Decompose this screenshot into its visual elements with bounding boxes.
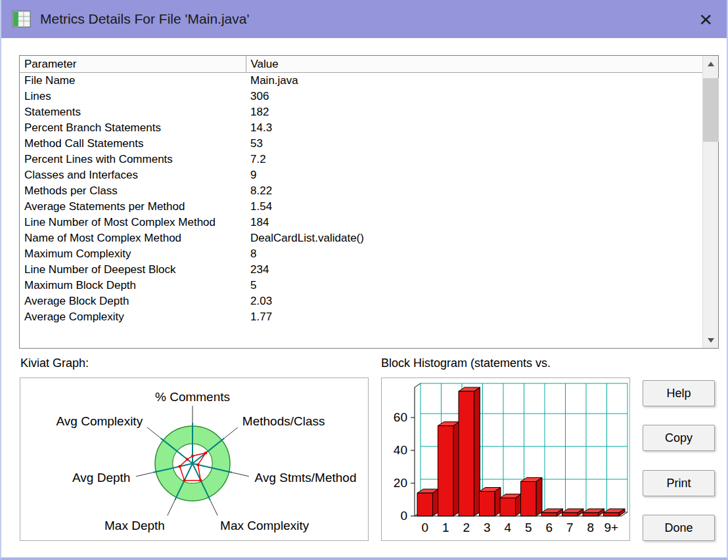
x-category-label: 1: [442, 521, 449, 534]
kiviat-label-pointer: [210, 500, 217, 515]
parameter-cell: Line Number of Most Complex Method: [20, 215, 246, 230]
value-cell: 9: [246, 167, 702, 183]
kiviat-axis-label: Avg Complexity: [57, 414, 143, 428]
parameter-cell: Average Complexity: [20, 309, 246, 325]
y-tick-label: 60: [394, 410, 407, 424]
value-cell: 14.3: [246, 120, 702, 136]
metrics-table-container: Parameter Value File NameMain.javaLines3…: [19, 55, 719, 349]
table-row[interactable]: Method Call Statements53: [20, 136, 702, 152]
histogram-bar: [438, 426, 454, 517]
column-header-parameter[interactable]: Parameter: [20, 56, 246, 73]
kiviat-axis-label: Methods/Class: [242, 414, 325, 428]
x-category-label: 2: [463, 521, 470, 534]
scroll-down-icon: [708, 338, 714, 343]
parameter-cell: Statements: [20, 104, 246, 120]
kiviat-axis-label: Max Complexity: [220, 519, 309, 532]
kiviat-series-point: [191, 454, 194, 457]
parameter-cell: Percent Branch Statements: [20, 120, 246, 136]
scroll-down-button[interactable]: [703, 332, 719, 348]
kiviat-axis-label: Max Depth: [104, 519, 165, 532]
y-tick-label: 20: [394, 476, 407, 490]
parameter-cell: Average Block Depth: [20, 293, 246, 309]
y-tick-label: 0: [400, 509, 407, 523]
table-row[interactable]: Average Complexity1.77: [20, 309, 702, 325]
column-header-value[interactable]: Value: [246, 56, 702, 73]
metrics-table: Parameter Value File NameMain.javaLines3…: [20, 56, 702, 325]
kiviat-series-point: [178, 465, 181, 467]
parameter-cell: File Name: [20, 73, 246, 89]
kiviat-section-label: Kiviat Graph:: [20, 356, 89, 370]
value-cell: 8: [246, 246, 702, 262]
scroll-thumb[interactable]: [703, 78, 719, 142]
histogram-bar: [417, 493, 433, 516]
scroll-track[interactable]: [703, 72, 719, 332]
kiviat-label-pointer: [147, 427, 160, 438]
parameter-cell: Lines: [20, 89, 246, 104]
y-tick-label: 40: [394, 443, 407, 457]
kiviat-axis-label: % Comments: [155, 390, 230, 404]
table-row[interactable]: Lines306: [20, 89, 702, 104]
x-category-label: 0: [421, 521, 428, 534]
help-button[interactable]: Help: [643, 380, 715, 406]
kiviat-series-point: [199, 479, 202, 481]
histogram-bar: [541, 513, 557, 516]
kiviat-graph-panel: % CommentsMethods/ClassAvg Stmts/MethodM…: [20, 377, 369, 541]
scroll-up-button[interactable]: [703, 56, 719, 72]
parameter-cell: Method Call Statements: [20, 136, 246, 152]
table-row[interactable]: Maximum Complexity8: [20, 246, 702, 262]
table-row[interactable]: Name of Most Complex MethodDealCardList.…: [20, 230, 702, 246]
histogram-bar: [604, 513, 620, 516]
histogram-bar: [562, 513, 578, 516]
value-cell: 182: [246, 104, 702, 120]
value-cell: 53: [246, 136, 702, 152]
done-button[interactable]: Done: [643, 515, 715, 541]
parameter-cell: Percent Lines with Comments: [20, 152, 246, 167]
table-row[interactable]: Line Number of Deepest Block234: [20, 262, 702, 278]
table-row[interactable]: Average Statements per Method1.54: [20, 199, 702, 215]
parameter-cell: Name of Most Complex Method: [20, 230, 246, 246]
table-header-row: Parameter Value: [20, 56, 702, 73]
parameter-cell: Average Statements per Method: [20, 199, 246, 215]
kiviat-series-point: [183, 479, 185, 481]
table-row[interactable]: Classes and Interfaces9: [20, 167, 702, 183]
titlebar: Metrics Details For File 'Main.java' ×: [1, 0, 727, 38]
table-row[interactable]: Statements182: [20, 104, 702, 120]
value-cell: 234: [246, 262, 702, 278]
table-row[interactable]: File NameMain.java: [20, 73, 702, 89]
table-row[interactable]: Average Block Depth2.03: [20, 293, 702, 309]
table-row[interactable]: Line Number of Most Complex Method184: [20, 215, 702, 230]
histogram-bar-side: [536, 478, 542, 517]
print-button[interactable]: Print: [643, 470, 715, 496]
histogram-bar: [459, 391, 474, 516]
histogram-section-label: Block Histogram (statements vs.: [381, 356, 551, 370]
parameter-cell: Line Number of Deepest Block: [20, 262, 246, 278]
x-category-label: 7: [566, 521, 574, 534]
vertical-scrollbar[interactable]: [702, 56, 718, 348]
table-row[interactable]: Maximum Block Depth5: [20, 278, 702, 293]
x-category-label: 4: [504, 521, 511, 534]
parameter-cell: Maximum Complexity: [20, 246, 246, 262]
table-row[interactable]: Percent Branch Statements14.3: [20, 120, 702, 136]
value-cell: Main.java: [246, 73, 702, 89]
histogram-panel: 02040600123456789+: [381, 377, 630, 541]
x-category-label: 6: [545, 521, 553, 534]
metrics-table-area: Parameter Value File NameMain.javaLines3…: [20, 56, 702, 348]
parameter-cell: Classes and Interfaces: [20, 167, 246, 183]
scroll-up-icon: [708, 62, 714, 66]
value-cell: 306: [246, 89, 702, 104]
copy-button[interactable]: Copy: [643, 425, 715, 451]
close-button[interactable]: ×: [695, 8, 716, 30]
value-cell: 184: [246, 215, 702, 230]
value-cell: 5: [246, 278, 702, 293]
value-cell: DealCardList.validate(): [246, 230, 702, 246]
kiviat-label-pointer: [224, 427, 237, 438]
x-category-label: 9+: [604, 521, 618, 534]
kiviat-label-pointer: [168, 500, 175, 515]
kiviat-label-pointer: [232, 473, 248, 477]
histogram-bar: [583, 513, 599, 516]
table-row[interactable]: Methods per Class8.22: [20, 183, 702, 199]
kiviat-axis-label: Avg Stmts/Method: [255, 471, 357, 485]
table-row[interactable]: Percent Lines with Comments7.2: [20, 152, 702, 167]
value-cell: 1.54: [246, 199, 702, 215]
histogram-bar: [521, 482, 537, 517]
